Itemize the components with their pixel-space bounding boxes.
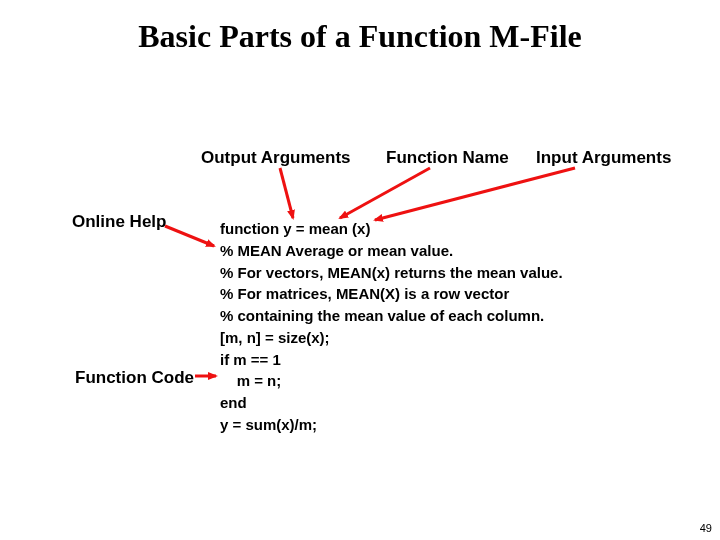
label-online-help: Online Help xyxy=(72,212,166,232)
code-line: [m, n] = size(x); xyxy=(220,327,563,349)
code-line: if m == 1 xyxy=(220,349,563,371)
label-output-arguments: Output Arguments xyxy=(201,148,351,168)
label-function-name: Function Name xyxy=(386,148,509,168)
arrow-online-help xyxy=(165,226,214,246)
arrow-input-args xyxy=(375,168,575,220)
code-line: m = n; xyxy=(220,370,563,392)
code-line: % For matrices, MEAN(X) is a row vector xyxy=(220,283,563,305)
code-line: % For vectors, MEAN(x) returns the mean … xyxy=(220,262,563,284)
code-line: y = sum(x)/m; xyxy=(220,414,563,436)
code-line: function y = mean (x) xyxy=(220,218,563,240)
label-function-code: Function Code xyxy=(75,368,194,388)
code-line: % MEAN Average or mean value. xyxy=(220,240,563,262)
code-line: % containing the mean value of each colu… xyxy=(220,305,563,327)
code-block: function y = mean (x) % MEAN Average or … xyxy=(220,218,563,436)
code-line: end xyxy=(220,392,563,414)
slide-number: 49 xyxy=(700,522,712,534)
arrow-output-args xyxy=(280,168,293,218)
page-title: Basic Parts of a Function M-File xyxy=(0,0,720,55)
arrow-function-name xyxy=(340,168,430,218)
label-input-arguments: Input Arguments xyxy=(536,148,671,168)
